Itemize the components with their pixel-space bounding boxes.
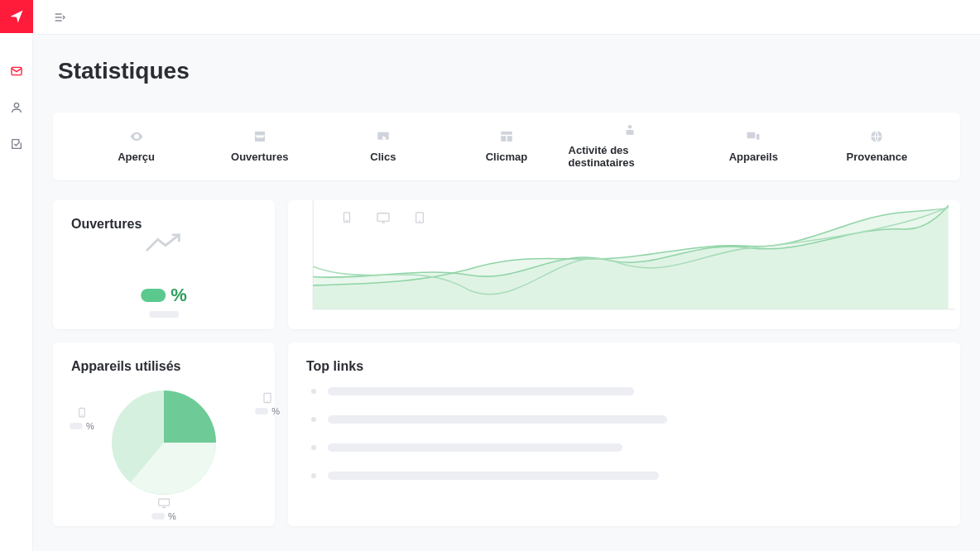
pointer-icon [376,129,391,144]
card-title: Ouvertures [71,217,257,232]
sidebar-item-contact[interactable] [7,98,26,117]
tab-label: Clics [370,151,396,163]
tab-label: Clicmap [486,151,528,163]
svg-point-1 [14,103,18,108]
card-title: Top links [306,359,942,374]
sidebar-item-check[interactable] [7,134,26,154]
tab-apercu[interactable]: Aperçu [74,129,198,163]
skeleton-bar [149,311,179,318]
card-devices: Appareils utilisés % % [53,343,275,526]
tab-label: Activité des destinataires [569,144,692,169]
list-item [311,415,942,424]
svg-rect-11 [747,132,756,138]
tab-appareils[interactable]: Appareils [692,129,815,163]
card-chart [288,200,960,329]
card-top-links: Top links [288,343,960,526]
area-chart [308,200,955,311]
tab-clics[interactable]: Clics [321,129,444,163]
tab-provenance[interactable]: Provenance [815,129,939,163]
sidebar [0,0,33,551]
trend-up-icon [146,232,182,256]
logo[interactable] [0,0,33,33]
eye-icon [129,129,144,144]
device-stat-tablet: % [255,392,280,416]
device-stat-mobile: % [70,407,94,431]
page-title: Statistiques [58,58,960,84]
list-item [311,443,942,452]
card-ouvertures: Ouvertures % [53,200,275,329]
inbox-icon [252,129,267,144]
layout-icon [499,129,514,144]
tabs-card: Aperçu Ouvertures Clics Clicmap Activité… [53,113,960,180]
svg-rect-8 [507,136,512,141]
card-title: Appareils utilisés [71,359,257,374]
svg-point-9 [628,125,632,129]
open-rate-stat: % [141,285,187,318]
tab-label: Aperçu [118,151,155,163]
devices-icon [746,129,761,144]
person-icon [622,122,637,137]
tab-activite[interactable]: Activité des destinataires [569,122,692,169]
tab-clicmap[interactable]: Clicmap [444,129,568,163]
svg-rect-10 [627,130,634,135]
tab-label: Appareils [729,151,778,163]
tab-label: Ouvertures [231,151,288,163]
percent-symbol: % [171,285,187,306]
topbar [33,0,980,35]
sidebar-item-mail[interactable] [7,61,26,81]
svg-rect-12 [757,134,760,140]
tab-ouvertures[interactable]: Ouvertures [198,129,321,163]
list-item [311,387,942,395]
svg-rect-6 [501,132,512,135]
stat-pill [141,289,166,302]
list-item [311,472,942,480]
menu-toggle-icon[interactable] [53,11,66,24]
tab-label: Provenance [847,151,908,163]
pie-chart [112,390,216,498]
device-stat-desktop: % [151,497,176,521]
svg-rect-7 [501,136,506,141]
globe-icon [869,129,884,144]
svg-rect-27 [159,499,170,505]
